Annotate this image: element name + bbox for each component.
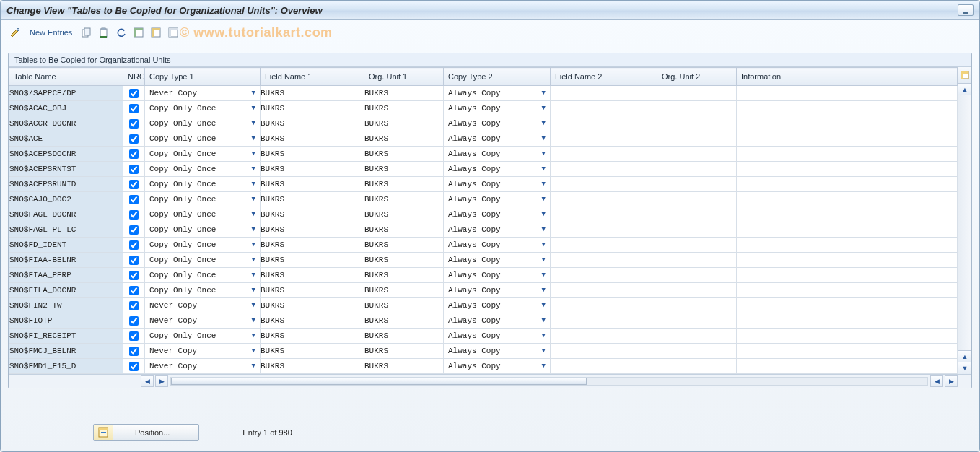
- cell-org-unit-2[interactable]: [657, 116, 737, 131]
- cell-org-unit-2[interactable]: [657, 147, 737, 162]
- cell-field-name-1[interactable]: BUKRS: [261, 207, 364, 222]
- cell-information[interactable]: [737, 147, 958, 162]
- dropdown-arrow-icon[interactable]: ▼: [249, 271, 258, 279]
- select-all-icon[interactable]: [131, 25, 146, 40]
- cell-information[interactable]: [737, 101, 958, 116]
- toggle-display-change-icon[interactable]: [8, 25, 22, 40]
- table-row[interactable]: $NO$FMCJ_BELNRNever Copy▼BUKRSBUKRSAlway…: [9, 344, 958, 359]
- nro-checkbox[interactable]: [129, 119, 139, 129]
- cell-nro[interactable]: [123, 101, 145, 116]
- cell-field-name-2[interactable]: [551, 329, 657, 344]
- nro-checkbox[interactable]: [129, 195, 139, 204]
- cell-information[interactable]: [737, 162, 958, 177]
- cell-table-name[interactable]: $NO$ACEPSRUNID: [9, 177, 123, 192]
- cell-field-name-2[interactable]: [551, 238, 657, 253]
- cell-field-name-2[interactable]: [551, 359, 657, 374]
- dropdown-arrow-icon[interactable]: ▼: [539, 256, 548, 264]
- cell-field-name-2[interactable]: [551, 268, 657, 283]
- cell-org-unit-1[interactable]: BUKRS: [364, 147, 444, 162]
- vertical-scrollbar[interactable]: ▲ ▲ ▼: [958, 67, 971, 374]
- cell-nro[interactable]: [123, 329, 145, 344]
- cell-org-unit-1[interactable]: BUKRS: [364, 177, 444, 192]
- hscroll-right2-icon[interactable]: ▶: [945, 375, 958, 387]
- cell-field-name-1[interactable]: BUKRS: [261, 101, 364, 116]
- dropdown-arrow-icon[interactable]: ▼: [539, 347, 548, 355]
- cell-org-unit-2[interactable]: [657, 268, 737, 283]
- position-button[interactable]: Position...: [93, 424, 199, 441]
- col-nro[interactable]: NRO: [123, 68, 145, 86]
- cell-table-name[interactable]: $NO$FMCJ_BELNR: [9, 344, 123, 359]
- cell-org-unit-1[interactable]: BUKRS: [364, 116, 444, 131]
- cell-org-unit-1[interactable]: BUKRS: [364, 238, 444, 253]
- dropdown-arrow-icon[interactable]: ▼: [249, 211, 258, 218]
- cell-org-unit-2[interactable]: [657, 359, 737, 374]
- cell-copy-type-2[interactable]: Always Copy▼: [444, 238, 551, 253]
- cell-copy-type-1[interactable]: Copy Only Once▼: [145, 222, 261, 238]
- cell-field-name-2[interactable]: [551, 86, 657, 101]
- cell-information[interactable]: [737, 116, 958, 131]
- select-block-icon[interactable]: [149, 25, 163, 40]
- table-row[interactable]: $NO$ACEPSRNTSTCopy Only Once▼BUKRSBUKRSA…: [9, 162, 958, 177]
- cell-table-name[interactable]: $NO$ACCR_DOCNR: [9, 116, 123, 131]
- cell-org-unit-1[interactable]: BUKRS: [364, 131, 444, 147]
- table-row[interactable]: $NO$ACAC_OBJCopy Only Once▼BUKRSBUKRSAlw…: [9, 101, 958, 116]
- dropdown-arrow-icon[interactable]: ▼: [539, 332, 548, 339]
- deselect-all-icon[interactable]: [166, 25, 180, 40]
- cell-copy-type-2[interactable]: Always Copy▼: [444, 192, 551, 207]
- cell-copy-type-1[interactable]: Copy Only Once▼: [145, 329, 261, 344]
- cell-field-name-2[interactable]: [551, 253, 657, 268]
- cell-org-unit-2[interactable]: [657, 101, 737, 116]
- cell-field-name-2[interactable]: [551, 177, 657, 192]
- cell-copy-type-2[interactable]: Always Copy▼: [444, 177, 551, 192]
- dropdown-arrow-icon[interactable]: ▼: [539, 362, 548, 370]
- cell-field-name-2[interactable]: [551, 298, 657, 313]
- cell-field-name-1[interactable]: BUKRS: [261, 238, 364, 253]
- cell-table-name[interactable]: $NO$ACEPSDOCNR: [9, 147, 123, 162]
- configure-columns-icon[interactable]: [958, 67, 971, 84]
- cell-copy-type-1[interactable]: Copy Only Once▼: [145, 147, 261, 162]
- table-row[interactable]: $NO$ACEPSDOCNRCopy Only Once▼BUKRSBUKRSA…: [9, 147, 958, 162]
- col-information[interactable]: Information: [737, 68, 958, 86]
- cell-org-unit-1[interactable]: BUKRS: [364, 313, 444, 329]
- col-field-name-2[interactable]: Field Name 2: [551, 68, 657, 86]
- cell-table-name[interactable]: $NO$FAGL_PL_LC: [9, 222, 123, 238]
- cell-copy-type-2[interactable]: Always Copy▼: [444, 101, 551, 116]
- cell-copy-type-2[interactable]: Always Copy▼: [444, 253, 551, 268]
- scroll-up-icon[interactable]: ▲: [958, 84, 971, 95]
- cell-copy-type-1[interactable]: Copy Only Once▼: [145, 238, 261, 253]
- cell-copy-type-2[interactable]: Always Copy▼: [444, 131, 551, 147]
- col-field-name-1[interactable]: Field Name 1: [261, 68, 364, 86]
- copy-as-icon[interactable]: [79, 25, 94, 40]
- dropdown-arrow-icon[interactable]: ▼: [249, 302, 258, 309]
- cell-copy-type-1[interactable]: Copy Only Once▼: [145, 131, 261, 147]
- cell-org-unit-2[interactable]: [657, 298, 737, 313]
- cell-copy-type-1[interactable]: Copy Only Once▼: [145, 162, 261, 177]
- cell-copy-type-2[interactable]: Always Copy▼: [444, 359, 551, 374]
- new-entries-button[interactable]: New Entries: [25, 27, 76, 38]
- nro-checkbox[interactable]: [129, 347, 139, 356]
- cell-field-name-2[interactable]: [551, 313, 657, 329]
- cell-information[interactable]: [737, 268, 958, 283]
- cell-copy-type-1[interactable]: Copy Only Once▼: [145, 192, 261, 207]
- table-row[interactable]: $NO$FMD1_F15_DNever Copy▼BUKRSBUKRSAlway…: [9, 359, 958, 374]
- dropdown-arrow-icon[interactable]: ▼: [249, 347, 258, 355]
- dropdown-arrow-icon[interactable]: ▼: [539, 287, 548, 294]
- cell-field-name-2[interactable]: [551, 192, 657, 207]
- col-copy-type-1[interactable]: Copy Type 1: [145, 68, 261, 86]
- nro-checkbox[interactable]: [129, 210, 139, 220]
- cell-field-name-2[interactable]: [551, 131, 657, 147]
- table-row[interactable]: $NO$FIN2_TWNever Copy▼BUKRSBUKRSAlways C…: [9, 298, 958, 313]
- cell-nro[interactable]: [123, 162, 145, 177]
- cell-copy-type-2[interactable]: Always Copy▼: [444, 268, 551, 283]
- cell-org-unit-1[interactable]: BUKRS: [364, 101, 444, 116]
- cell-copy-type-1[interactable]: Copy Only Once▼: [145, 116, 261, 131]
- cell-nro[interactable]: [123, 177, 145, 192]
- cell-copy-type-1[interactable]: Never Copy▼: [145, 298, 261, 313]
- cell-copy-type-1[interactable]: Copy Only Once▼: [145, 177, 261, 192]
- dropdown-arrow-icon[interactable]: ▼: [539, 181, 548, 188]
- cell-nro[interactable]: [123, 344, 145, 359]
- cell-nro[interactable]: [123, 147, 145, 162]
- cell-field-name-1[interactable]: BUKRS: [261, 116, 364, 131]
- cell-nro[interactable]: [123, 283, 145, 298]
- table-row[interactable]: $NO$FD_IDENTCopy Only Once▼BUKRSBUKRSAlw…: [9, 238, 958, 253]
